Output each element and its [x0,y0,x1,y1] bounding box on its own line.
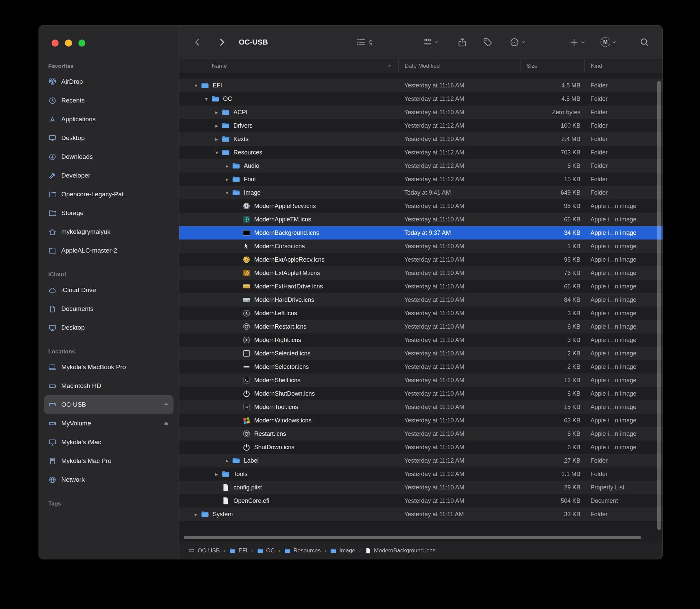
table-row[interactable]: ModernBackground.icnsToday at 9:37 AM34 … [179,226,663,240]
sidebar-item-myvolume[interactable]: MyVolume [44,414,174,433]
table-row[interactable]: ModernExtAppleRecv.icnsYesterday at 11:1… [179,253,663,266]
table-row[interactable]: ▸KextsYesterday at 11:10 AM2.4 MBFolder [179,132,663,146]
disclosure-open-icon[interactable]: ▾ [191,82,200,89]
file-name: ModernSelected.icns [254,350,311,357]
ext-hdd-icon [48,419,57,428]
sidebar-item-mykolagrymalyuk[interactable]: mykolagrymalyuk [44,223,174,241]
table-row[interactable]: ModernAppleTM.icnsYesterday at 11:10 AM6… [179,213,663,226]
table-row[interactable]: ▸DriversYesterday at 11:12 AM100 KBFolde… [179,119,663,132]
disclosure-open-icon[interactable]: ▾ [222,190,232,196]
back-button[interactable] [193,25,203,58]
sidebar-item-recents[interactable]: Recents [44,91,174,110]
account-badge-button[interactable]: M [600,25,617,58]
sidebar-item-developer[interactable]: Developer [44,166,174,185]
path-item-oc[interactable]: OC [257,547,275,554]
path-item-image[interactable]: Image [330,547,355,554]
table-row[interactable]: ▾EFIYesterday at 11:16 AM4.8 MBFolder [179,79,663,92]
column-header-date-modified[interactable]: Date Modified [398,59,520,73]
sidebar-item-mykola-s-imac[interactable]: Mykola’s iMac [44,433,174,452]
sidebar-item-icloud-drive[interactable]: iCloud Drive [44,281,174,299]
sidebar-item-opencore-legacy-pat[interactable]: Opencore-Legacy-Pat… [44,185,174,204]
sidebar-item-airdrop[interactable]: AirDrop [44,72,174,91]
sidebar-item-mykola-s-macbook-pro[interactable]: Mykola’s MacBook Pro [44,358,174,377]
disclosure-closed-icon[interactable]: ▸ [222,163,232,169]
table-row[interactable]: ModernSelector.icnsYesterday at 11:10 AM… [179,360,663,373]
sidebar-item-applications[interactable]: Applications [44,110,174,129]
table-row[interactable]: ModernShutDown.icnsYesterday at 11:10 AM… [179,387,663,400]
eject-icon[interactable] [163,401,170,408]
path-item-resources[interactable]: Resources [284,547,320,554]
sidebar-item-storage[interactable]: Storage [44,204,174,223]
table-row[interactable]: ModernRight.icnsYesterday at 11:10 AM3 K… [179,333,663,347]
view-options-button[interactable] [356,25,374,58]
new-item-button[interactable] [569,25,585,58]
disclosure-closed-icon[interactable]: ▸ [212,123,222,129]
table-row[interactable]: ModernExtHardDrive.icnsYesterday at 11:1… [179,280,663,293]
minimize-button[interactable] [65,39,72,47]
table-row[interactable]: ModernWindows.icnsYesterday at 11:10 AM6… [179,414,663,427]
column-header-size[interactable]: Size [520,59,584,73]
disclosure-closed-icon[interactable]: ▸ [212,471,222,477]
sidebar-item-applealc-master-2[interactable]: AppleALC-master-2 [44,241,174,260]
table-row[interactable]: ModernCursor.icnsYesterday at 11:10 AM1 … [179,240,663,253]
table-row[interactable]: ▾ImageToday at 9:41 AM649 KBFolder [179,186,663,199]
disclosure-open-icon[interactable]: ▾ [212,150,222,156]
column-header-kind[interactable]: Kind [584,59,663,73]
table-row[interactable]: ModernTool.icnsYesterday at 11:10 AM15 K… [179,400,663,414]
forward-button[interactable] [217,25,227,58]
close-button[interactable] [52,39,58,47]
share-button[interactable] [457,25,467,58]
table-row[interactable]: ▸ACPIYesterday at 11:10 AMZero bytesFold… [179,105,663,119]
disclosure-closed-icon[interactable]: ▸ [212,136,222,142]
table-row[interactable]: ▸FontYesterday at 11:12 AM15 KBFolder [179,173,663,186]
sidebar-item-desktop[interactable]: Desktop [44,318,174,337]
kind-cell: Folder [584,119,663,132]
date-modified-cell: Yesterday at 11:10 AM [398,320,520,333]
path-item-oc-usb[interactable]: OC-USB [188,547,220,554]
column-header-name[interactable]: Name [179,59,398,73]
table-row[interactable]: ▸LabelYesterday at 11:12 AM27 KBFolder [179,454,663,467]
tag-button[interactable] [483,25,493,58]
table-row[interactable]: ▾ResourcesYesterday at 11:12 AM703 KBFol… [179,146,663,159]
path-item-modernbackground-icns[interactable]: ModernBackground.icns [365,547,435,554]
vertical-scrollbar[interactable] [657,81,661,530]
more-actions-button[interactable] [509,25,526,58]
sidebar-item-macintosh-hd[interactable]: Macintosh HD [44,377,174,395]
table-row[interactable]: ModernHardDrive.icnsYesterday at 11:10 A… [179,293,663,307]
table-row[interactable]: ModernAppleRecv.icnsYesterday at 11:10 A… [179,199,663,213]
table-row[interactable]: ModernRestart.icnsYesterday at 11:10 AM6… [179,320,663,333]
sidebar-item-oc-usb[interactable]: OC-USB [44,395,174,414]
table-row[interactable]: ▸ToolsYesterday at 11:12 AM1.1 MBFolder [179,467,663,481]
table-row[interactable]: ▸AudioYesterday at 11:12 AM6 KBFolder [179,159,663,173]
size-cell: 2 KB [520,347,584,360]
table-row[interactable]: ▾OCYesterday at 11:12 AM4.8 MBFolder [179,92,663,105]
sidebar-item-desktop[interactable]: Desktop [44,129,174,147]
disclosure-closed-icon[interactable]: ▸ [191,511,200,518]
sidebar-item-documents[interactable]: Documents [44,299,174,318]
table-row[interactable]: ModernSelected.icnsYesterday at 11:10 AM… [179,347,663,360]
sidebar-item-network[interactable]: Network [44,470,174,489]
table-row[interactable]: Restart.icnsYesterday at 11:10 AM6 KBApp… [179,427,663,440]
horizontal-scrollbar[interactable] [184,536,641,539]
sidebar-item-downloads[interactable]: Downloads [44,147,174,166]
download-icon [48,153,57,161]
disclosure-open-icon[interactable]: ▾ [202,96,211,102]
disclosure-closed-icon[interactable]: ▸ [222,457,232,464]
disclosure-closed-icon[interactable]: ▸ [222,176,232,182]
search-button[interactable] [640,25,649,58]
table-row[interactable]: ModernShell.icnsYesterday at 11:10 AM12 … [179,373,663,387]
table-row[interactable]: config.plistYesterday at 11:10 AM29 KBPr… [179,481,663,494]
name-cell: ModernAppleTM.icns [179,213,398,226]
zoom-button[interactable] [78,39,85,47]
path-item-efi[interactable]: EFI [229,547,247,554]
disclosure-closed-icon[interactable]: ▸ [212,109,222,116]
table-row[interactable]: ▸SystemYesterday at 11:11 AM33 KBFolder [179,507,663,521]
table-row[interactable]: ModernLeft.icnsYesterday at 11:10 AM3 KB… [179,307,663,320]
group-button[interactable] [422,25,439,58]
table-row[interactable]: ShutDown.icnsYesterday at 11:10 AM6 KBAp… [179,440,663,454]
table-row[interactable]: ModernExtAppleTM.icnsYesterday at 11:10 … [179,266,663,280]
sidebar-item-mykola-s-mac-pro[interactable]: Mykola’s Mac Pro [44,452,174,470]
eject-icon[interactable] [163,420,170,427]
date-modified-cell: Yesterday at 11:12 AM [398,92,520,105]
table-row[interactable]: OpenCore.efiYesterday at 11:10 AM504 KBD… [179,494,663,507]
